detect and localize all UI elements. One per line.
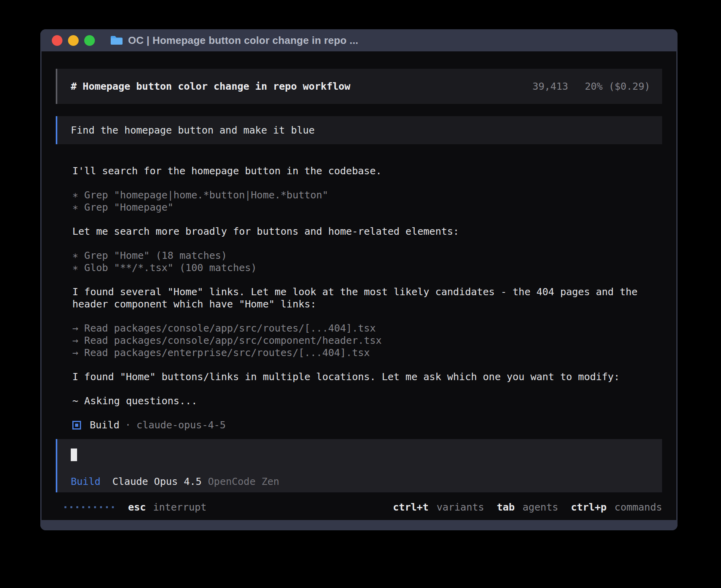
- assistant-text: I'll search for the homepage button in t…: [72, 165, 662, 177]
- assistant-line: I found several "Home" links. Let me loo…: [72, 286, 662, 310]
- spinner-dot: [76, 506, 78, 508]
- status-left: esc interrupt: [64, 501, 207, 513]
- input-model-label[interactable]: Claude Opus 4.5: [112, 475, 202, 488]
- spinner-dot: [70, 506, 72, 508]
- shortcut-label: commands: [615, 501, 662, 513]
- assistant-line: ∗ Grep "homepage|home.*button|Home.*butt…: [72, 189, 662, 201]
- assistant-text: I found several "Home" links. Let me loo…: [72, 286, 662, 310]
- minimize-button[interactable]: [68, 35, 79, 46]
- token-count: 39,413: [532, 80, 568, 92]
- session-title: # Homepage button color change in repo w…: [71, 80, 350, 92]
- spinner-dot: [64, 506, 66, 508]
- shortcut-variants[interactable]: ctrl+tvariants: [393, 501, 484, 513]
- desktop-background: { "window": { "title": "OC | Homepage bu…: [0, 0, 721, 588]
- user-message-text: Find the homepage button and make it blu…: [71, 124, 315, 136]
- shortcut-label: variants: [436, 501, 484, 513]
- assistant-line: ∗ Glob "**/*.tsx" (100 matches): [72, 262, 662, 274]
- window-bottom-bar: [40, 520, 678, 530]
- tool-call-group: ∗ Grep "homepage|home.*button|Home.*butt…: [72, 189, 662, 213]
- spinner-dot: [88, 506, 90, 508]
- tool-call-group: → Read packages/console/app/src/routes/[…: [72, 322, 662, 359]
- shortcut-label-interrupt: interrupt: [153, 501, 206, 513]
- shortcut-key: ctrl+p: [571, 501, 606, 513]
- user-message: Find the homepage button and make it blu…: [56, 116, 662, 144]
- assistant-line: ∗ Grep "Home" (18 matches): [72, 249, 662, 262]
- session-header: # Homepage button color change in repo w…: [56, 69, 662, 104]
- agent-build-icon: [72, 421, 81, 430]
- shortcut-key: ctrl+t: [393, 501, 428, 513]
- agent-separator: ·: [125, 419, 131, 431]
- assistant-text: I found "Home" buttons/links in multiple…: [72, 371, 662, 383]
- assistant-line: → Read packages/enterprise/src/routes/[.…: [72, 347, 662, 359]
- assistant-line: ∗ Grep "Homepage": [72, 201, 662, 213]
- assistant-line: I'll search for the homepage button in t…: [72, 165, 662, 177]
- shortcut-agents[interactable]: tabagents: [497, 501, 558, 513]
- input-provider-label: OpenCode Zen: [208, 475, 279, 488]
- assistant-text: ~ Asking questions...: [72, 395, 662, 407]
- text-cursor: [71, 449, 77, 461]
- spinner-dot: [106, 506, 108, 508]
- assistant-conversation: I'll search for the homepage button in t…: [56, 165, 662, 407]
- spinner-dot: [112, 506, 114, 508]
- input-agent-label[interactable]: Build: [71, 475, 100, 488]
- context-usage-cost: 20% ($0.29): [585, 80, 650, 92]
- assistant-line: Let me search more broadly for buttons a…: [72, 225, 662, 237]
- assistant-line: ~ Asking questions...: [72, 395, 662, 407]
- folder-icon: [110, 35, 123, 46]
- window-title: OC | Homepage button color change in rep…: [128, 34, 359, 47]
- input-meta-row: Build Claude Opus 4.5 OpenCode Zen: [71, 475, 650, 488]
- shortcut-label: agents: [523, 501, 558, 513]
- session-stats: 39,413 20% ($0.29): [532, 80, 650, 92]
- assistant-line: → Read packages/console/app/src/componen…: [72, 334, 662, 347]
- agent-name: Build: [90, 419, 119, 431]
- spinner-dot: [94, 506, 96, 508]
- close-button[interactable]: [52, 35, 62, 46]
- prompt-input[interactable]: Build Claude Opus 4.5 OpenCode Zen: [56, 439, 662, 492]
- shortcut-key: tab: [497, 501, 515, 513]
- assistant-text: Let me search more broadly for buttons a…: [72, 225, 662, 237]
- spinner-dot: [82, 506, 84, 508]
- spinner-dots: [64, 506, 114, 508]
- window-titlebar[interactable]: OC | Homepage button color change in rep…: [40, 29, 678, 51]
- assistant-line: I found "Home" buttons/links in multiple…: [72, 371, 662, 383]
- spinner-dot: [100, 506, 102, 508]
- terminal-content: # Homepage button color change in repo w…: [42, 51, 676, 520]
- shortcut-commands[interactable]: ctrl+pcommands: [571, 501, 662, 513]
- shortcut-key-esc[interactable]: esc: [128, 501, 146, 513]
- agent-status-line: Build · claude-opus-4-5: [56, 419, 662, 431]
- maximize-button[interactable]: [84, 35, 95, 46]
- agent-model: claude-opus-4-5: [136, 419, 226, 431]
- tool-call-group: ∗ Grep "Home" (18 matches)∗ Glob "**/*.t…: [72, 249, 662, 274]
- status-bar: esc interrupt ctrl+tvariantstabagentsctr…: [56, 501, 662, 513]
- assistant-line: → Read packages/console/app/src/routes/[…: [72, 322, 662, 334]
- status-right: ctrl+tvariantstabagentsctrl+pcommands: [393, 501, 662, 513]
- terminal-window: OC | Homepage button color change in rep…: [40, 29, 678, 530]
